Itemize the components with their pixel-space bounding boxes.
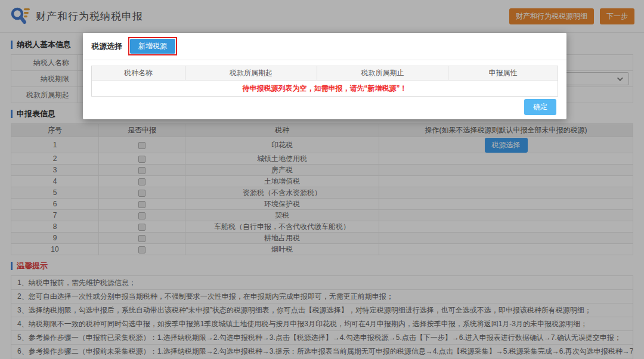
col-header-period-end: 税款所属期止	[317, 66, 448, 81]
tax-source-select-modal: 税源选择 新增税源 税种名称 税款所属期起 税款所属期止 申报属性 待申报税源列…	[83, 33, 566, 119]
col-header-period-start: 税款所属期起	[185, 66, 317, 81]
table-header-row: 税种名称 税款所属期起 税款所属期止 申报属性	[92, 66, 558, 81]
modal-header: 税源选择 新增税源	[83, 33, 566, 60]
modal-footer: 确定	[524, 99, 556, 115]
red-highlight-box: 新增税源	[128, 37, 177, 55]
modal-table: 税种名称 税款所属期起 税款所属期止 申报属性 待申报税源列表为空，如需申报，请…	[91, 66, 558, 97]
empty-row: 待申报税源列表为空，如需申报，请先“新增税源”！	[92, 81, 558, 97]
col-header-tax-name: 税种名称	[92, 66, 185, 81]
add-tax-source-button[interactable]: 新增税源	[130, 39, 175, 54]
empty-message: 待申报税源列表为空，如需申报，请先“新增税源”！	[92, 81, 558, 97]
confirm-button[interactable]: 确定	[524, 99, 556, 115]
modal-title: 税源选择	[91, 41, 122, 52]
col-header-declare-attr: 申报属性	[448, 66, 558, 81]
